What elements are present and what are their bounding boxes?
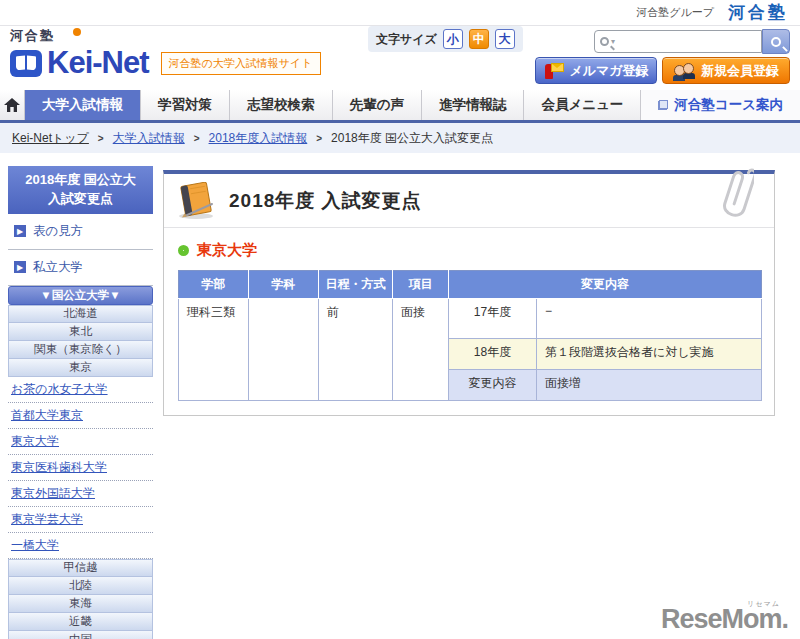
sidebar-item-how-to-read[interactable]: ▶ 表の見方: [8, 214, 153, 250]
watermark-ruby: リセマム: [747, 599, 780, 609]
site-logo[interactable]: 河合塾 Kei-Net 河合塾の大学入試情報サイト: [10, 27, 321, 81]
register-buttons: メルマガ登録 新規会員登録: [535, 57, 790, 84]
search-input[interactable]: [615, 32, 770, 51]
top-bar: 河合塾グループ 河合塾: [0, 0, 800, 26]
sidebar-item-private-univ[interactable]: ▶ 私立大学: [8, 250, 153, 286]
sidebar-link-label: 表の見方: [33, 223, 83, 240]
sidebar-category-national-univ[interactable]: ▼国公立大学▼: [8, 286, 153, 305]
brand-small-label: 河合塾: [10, 27, 321, 45]
col-header-changes: 変更内容: [449, 271, 762, 299]
cell-year17-label: 17年度: [449, 299, 537, 339]
sidebar-region-tokyo[interactable]: 東京: [8, 359, 153, 377]
main-panel: 2018年度 入試変更点 東京大学 学部 学科 日程・方式 項目 変更内容 理科…: [163, 170, 775, 416]
group-label[interactable]: 河合塾グループ: [636, 5, 714, 20]
sidebar-univ-gakugei[interactable]: 東京学芸大学: [8, 507, 153, 533]
sidebar: 2018年度 国公立大 入試変更点 ▶ 表の見方 ▶ 私立大学 ▼国公立大学▼ …: [8, 166, 153, 639]
sidebar-univ-ochanomizu[interactable]: お茶の水女子大学: [8, 377, 153, 403]
nav-tab-magazine[interactable]: 進学情報誌: [422, 90, 525, 120]
main-nav: 大学入試情報 学習対策 志望校検索 先輩の声 進学情報誌 会員メニュー 河合塾コ…: [0, 90, 800, 123]
sidebar-univ-tokyo[interactable]: 東京大学: [8, 429, 153, 455]
sidebar-region-hokuriku[interactable]: 北陸: [8, 577, 153, 595]
sidebar-title-line2: 入試変更点: [10, 190, 151, 209]
sidebar-univ-tmdu[interactable]: 東京医科歯科大学: [8, 455, 153, 481]
breadcrumb: Kei-Netトップ > 大学入試情報 > 2018年度入試情報 > 2018年…: [0, 123, 800, 153]
logo-dot: [73, 28, 81, 36]
sidebar-region-kinki[interactable]: 近畿: [8, 613, 153, 631]
changes-table: 学部 学科 日程・方式 項目 変更内容 理科三類 前 面接 17年度 − 18年…: [178, 270, 762, 401]
search-bar: ▾: [594, 29, 790, 54]
home-tab[interactable]: [0, 90, 25, 120]
home-icon: [4, 98, 20, 112]
sidebar-region-tohoku[interactable]: 東北: [8, 323, 153, 341]
sidebar-region-tokai[interactable]: 東海: [8, 595, 153, 613]
paperclip-icon: [718, 162, 754, 228]
arrow-right-icon: ▶: [14, 225, 26, 237]
page-title: 2018年度 入試変更点: [229, 188, 422, 214]
mailmag-label: メルマガ登録: [569, 62, 648, 80]
font-size-large-button[interactable]: 大: [495, 29, 515, 49]
site-tagline: 河合塾の大学入試情報サイト: [161, 52, 321, 75]
magnifier-icon: [771, 37, 781, 47]
mailbox-icon: [543, 62, 565, 80]
logo-text: Kei-Net: [47, 45, 149, 81]
cell-schedule: 前: [319, 299, 393, 401]
book-icon: [10, 50, 42, 77]
font-size-label: 文字サイズ: [376, 31, 437, 48]
green-marker-icon: [178, 245, 189, 256]
mailmag-register-button[interactable]: メルマガ登録: [535, 57, 657, 84]
course-guide-label: 河合塾コース案内: [674, 96, 783, 114]
nav-tab-admission-info[interactable]: 大学入試情報: [25, 90, 141, 120]
signup-button[interactable]: 新規会員登録: [662, 57, 790, 84]
cell-change-label: 変更内容: [449, 370, 537, 401]
external-link-icon: [658, 100, 668, 110]
content-area: 2018年度 国公立大 入試変更点 ▶ 表の見方 ▶ 私立大学 ▼国公立大学▼ …: [0, 153, 800, 582]
cell-year18-label: 18年度: [449, 339, 537, 370]
notebook-icon: [176, 182, 218, 220]
search-icon: [600, 37, 609, 46]
nav-tab-study[interactable]: 学習対策: [141, 90, 230, 120]
breadcrumb-2018-info[interactable]: 2018年度入試情報: [209, 130, 308, 147]
table-row: 理科三類 前 面接 17年度 −: [179, 299, 762, 339]
cell-change-value: 面接増: [537, 370, 762, 401]
sidebar-title: 2018年度 国公立大 入試変更点: [8, 166, 153, 214]
col-header-item: 項目: [393, 271, 449, 299]
breadcrumb-admission-info[interactable]: 大学入試情報: [113, 130, 185, 147]
signup-label: 新規会員登録: [701, 62, 779, 80]
col-header-faculty: 学部: [179, 271, 249, 299]
sidebar-region-hokkaido[interactable]: 北海道: [8, 305, 153, 323]
breadcrumb-separator: >: [98, 133, 104, 144]
breadcrumb-home[interactable]: Kei-Netトップ: [12, 130, 89, 147]
cell-year17-value: −: [537, 299, 762, 339]
page: 河合塾グループ 河合塾 河合塾 Kei-Net 河合塾の大学入試情報サイト 文字…: [0, 0, 800, 639]
font-size-medium-button[interactable]: 中: [469, 29, 489, 49]
font-size-small-button[interactable]: 小: [443, 29, 463, 49]
nav-tab-school-search[interactable]: 志望校検索: [230, 90, 333, 120]
col-header-department: 学科: [249, 271, 319, 299]
page-title-row: 2018年度 入試変更点: [164, 174, 774, 228]
sidebar-link-label: 私立大学: [33, 259, 83, 276]
breadcrumb-separator: >: [316, 133, 322, 144]
nav-tab-seniors-voice[interactable]: 先輩の声: [333, 90, 422, 120]
sidebar-region-koshinetsu[interactable]: 甲信越: [8, 559, 153, 577]
sidebar-univ-hitotsubashi[interactable]: 一橋大学: [8, 533, 153, 559]
cell-department: [249, 299, 319, 401]
university-name: 東京大学: [197, 241, 257, 260]
sidebar-univ-shutodai[interactable]: 首都大学東京: [8, 403, 153, 429]
col-header-schedule: 日程・方式: [319, 271, 393, 299]
cell-year18-value: 第１段階選抜合格者に対し実施: [537, 339, 762, 370]
search-box: ▾: [594, 30, 762, 53]
kawaijuku-logo[interactable]: 河合塾: [728, 1, 788, 24]
resemom-watermark: リセマム ReseMom.: [661, 604, 788, 635]
site-header: 河合塾 Kei-Net 河合塾の大学入試情報サイト 文字サイズ 小 中 大 ▾: [0, 26, 800, 90]
search-button[interactable]: [762, 29, 790, 54]
table-header-row: 学部 学科 日程・方式 項目 変更内容: [179, 271, 762, 299]
arrow-right-icon: ▶: [14, 261, 26, 273]
sidebar-title-line1: 2018年度 国公立大: [10, 171, 151, 190]
nav-link-course-guide[interactable]: 河合塾コース案内: [641, 90, 800, 120]
nav-tab-member-menu[interactable]: 会員メニュー: [524, 90, 641, 120]
sidebar-univ-tufs[interactable]: 東京外国語大学: [8, 481, 153, 507]
cell-item: 面接: [393, 299, 449, 401]
sidebar-region-chugoku[interactable]: 中国: [8, 631, 153, 639]
sidebar-region-kanto[interactable]: 関東（東京除く）: [8, 341, 153, 359]
university-heading: 東京大学: [178, 241, 760, 260]
